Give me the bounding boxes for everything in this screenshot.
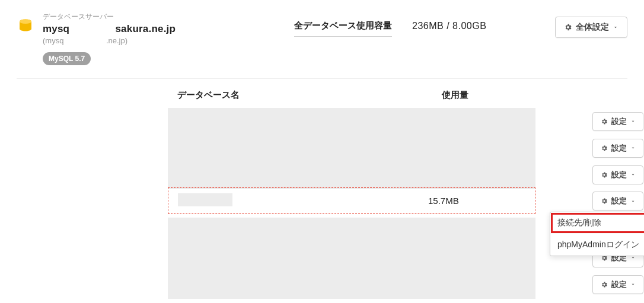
chevron-down-icon xyxy=(613,24,619,30)
table-row: 設定 xyxy=(168,161,643,188)
row-settings-button[interactable]: 設定 xyxy=(592,165,643,184)
table-row: 設定 xyxy=(168,108,643,135)
server-sub: (mysqxxxxxxxxxxx.ne.jp) xyxy=(43,36,179,45)
gear-icon xyxy=(564,23,572,31)
gear-icon xyxy=(601,197,608,205)
row-settings-dropdown: 接続先/削除 phpMyAdminログイン xyxy=(550,212,644,256)
gear-icon xyxy=(601,171,608,178)
svg-point-1 xyxy=(20,20,31,24)
gear-icon xyxy=(601,118,608,125)
row-settings-button[interactable]: 設定 xyxy=(592,139,643,158)
chevron-down-icon xyxy=(630,282,636,287)
database-icon xyxy=(17,18,34,36)
chevron-down-icon xyxy=(630,119,636,124)
database-table: データベース名 使用量 設定 xyxy=(168,90,643,298)
row-settings-button[interactable]: 設定 xyxy=(592,192,643,210)
table-row: 設定 xyxy=(168,135,643,161)
server-label: データベースサーバー xyxy=(43,12,179,22)
gear-icon xyxy=(601,281,608,288)
usage-values: 236MB / 8.00GB xyxy=(412,21,486,37)
mysql-version-badge: MySQL 5.7 xyxy=(43,52,91,65)
db-usage: 15.7MB xyxy=(428,196,535,206)
usage-label: 全データベース使用容量 xyxy=(294,20,392,37)
chevron-down-icon xyxy=(630,172,636,177)
chevron-down-icon xyxy=(630,145,636,151)
dropdown-connect-delete[interactable]: 接続先/削除 xyxy=(550,212,644,234)
col-header-usage: 使用量 xyxy=(442,90,566,101)
row-settings-button[interactable]: 設定 xyxy=(592,112,643,131)
server-host: mysqxxxxxxxxsakura.ne.jp xyxy=(43,23,179,35)
dropdown-phpmyadmin[interactable]: phpMyAdminログイン xyxy=(550,234,644,256)
chevron-down-icon xyxy=(630,199,636,204)
table-header: データベース名 使用量 xyxy=(168,90,643,108)
server-header: データベースサーバー mysqxxxxxxxxsakura.ne.jp (mys… xyxy=(17,12,627,79)
global-settings-label: 全体設定 xyxy=(576,22,609,33)
gear-icon xyxy=(601,145,608,152)
col-header-name: データベース名 xyxy=(177,90,442,101)
row-settings-button[interactable]: 設定 xyxy=(592,275,643,294)
table-row-selected: 15.7MB xyxy=(168,187,535,214)
global-settings-button[interactable]: 全体設定 xyxy=(555,17,627,38)
db-name xyxy=(178,193,428,208)
table-row: 設定 xyxy=(168,271,643,298)
usage-summary: 全データベース使用容量 236MB / 8.00GB xyxy=(294,20,486,37)
